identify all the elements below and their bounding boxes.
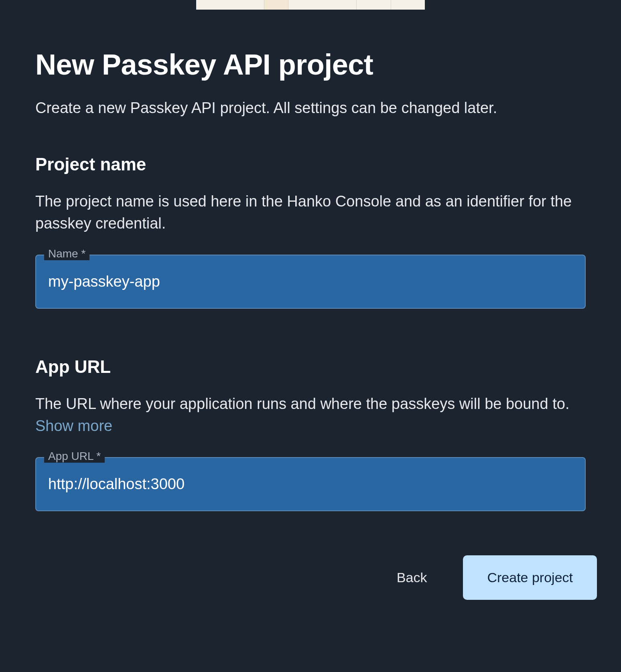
page-subtitle: Create a new Passkey API project. All se… bbox=[35, 98, 586, 118]
form-footer: Back Create project bbox=[0, 543, 621, 616]
back-button[interactable]: Back bbox=[385, 562, 439, 593]
app-url-input[interactable] bbox=[35, 457, 586, 511]
app-url-field-wrapper: App URL * bbox=[35, 457, 586, 511]
show-more-link[interactable]: Show more bbox=[35, 417, 112, 434]
create-project-button[interactable]: Create project bbox=[463, 555, 597, 600]
top-tab-fragment bbox=[196, 0, 425, 10]
project-name-description: The project name is used here in the Han… bbox=[35, 190, 586, 235]
app-url-label: App URL * bbox=[44, 450, 105, 463]
app-url-description: The URL where your application runs and … bbox=[35, 393, 586, 437]
project-name-section: Project name The project name is used he… bbox=[35, 154, 586, 309]
app-url-description-text: The URL where your application runs and … bbox=[35, 395, 569, 412]
form-container: New Passkey API project Create a new Pas… bbox=[0, 10, 621, 511]
app-url-heading: App URL bbox=[35, 357, 586, 377]
project-name-field-wrapper: Name * bbox=[35, 255, 586, 309]
app-url-section: App URL The URL where your application r… bbox=[35, 357, 586, 511]
project-name-input[interactable] bbox=[35, 255, 586, 309]
project-name-heading: Project name bbox=[35, 154, 586, 174]
page-title: New Passkey API project bbox=[35, 50, 586, 80]
project-name-label: Name * bbox=[44, 247, 89, 260]
